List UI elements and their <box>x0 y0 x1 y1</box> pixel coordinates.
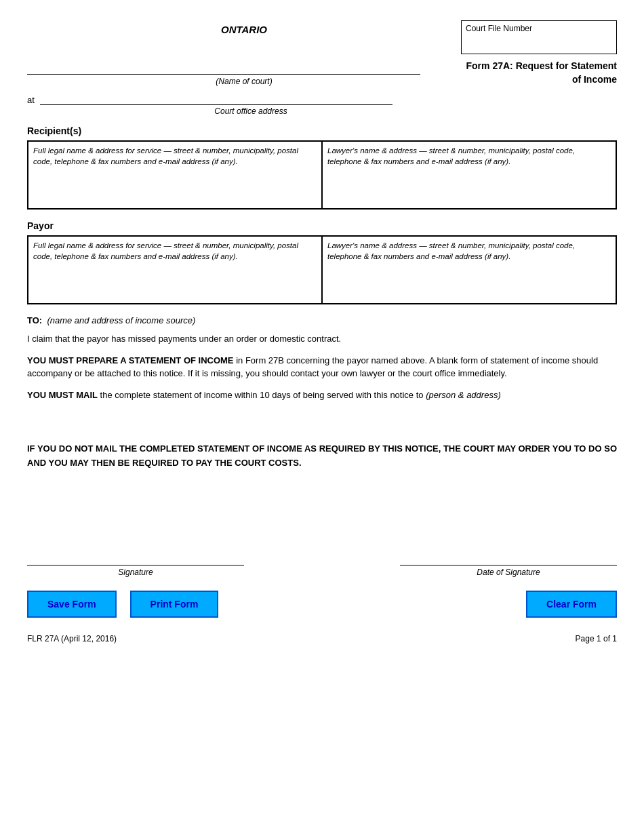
footer-right: Page 1 of 1 <box>576 634 617 643</box>
court-office-address-label: Court office address <box>41 106 461 116</box>
payor-table: Full legal name & address for service — … <box>27 235 617 304</box>
you-must-mail-paragraph: YOU MUST MAIL the complete statement of … <box>27 389 617 402</box>
claim-paragraph: I claim that the payor has missed paymen… <box>27 332 617 346</box>
footer: FLR 27A (April 12, 2016) Page 1 of 1 <box>27 634 617 643</box>
to-line: TO: (name and address of income source) <box>27 315 617 325</box>
buttons-right: Clear Form <box>526 591 617 618</box>
signature-label: Signature <box>118 568 153 577</box>
signature-row: Signature Date of Signature <box>27 552 617 577</box>
signature-field[interactable]: Signature <box>27 552 244 577</box>
recipient-col1-label: Full legal name & address for service — … <box>33 145 317 167</box>
buttons-left: Save Form Print Form <box>27 591 218 618</box>
save-form-button[interactable]: Save Form <box>27 591 117 618</box>
you-must-mail-italic: (person & address) <box>426 390 501 400</box>
ontario-title: ONTARIO <box>27 20 461 35</box>
buttons-row: Save Form Print Form Clear Form <box>27 591 617 618</box>
footer-left: FLR 27A (April 12, 2016) <box>27 634 117 643</box>
payor-heading: Payor <box>27 220 617 231</box>
payor-col1[interactable]: Full legal name & address for service — … <box>28 236 322 304</box>
to-italic: (name and address of income source) <box>47 315 195 325</box>
you-must-mail-rest: the complete statement of income within … <box>98 390 426 400</box>
date-of-signature-line <box>400 552 617 565</box>
warning-text: IF YOU DO NOT MAIL THE COMPLETED STATEME… <box>27 442 617 471</box>
court-file-number-label: Court File Number <box>466 24 532 33</box>
recipients-heading: Recipient(s) <box>27 125 617 136</box>
payor-col2[interactable]: Lawyer's name & address — street & numbe… <box>322 236 616 304</box>
court-address-field[interactable] <box>40 90 393 105</box>
recipient-col2[interactable]: Lawyer's name & address — street & numbe… <box>322 141 616 209</box>
recipients-table: Full legal name & address for service — … <box>27 140 617 210</box>
form-title: Form 27A: Request for Statement of Incom… <box>461 60 617 86</box>
you-must-mail-bold: YOU MUST MAIL <box>27 390 98 400</box>
at-label: at <box>27 95 35 105</box>
payor-col2-label: Lawyer's name & address — street & numbe… <box>327 240 611 262</box>
you-must-prepare-paragraph: YOU MUST PREPARE A STATEMENT OF INCOME i… <box>27 354 617 380</box>
signature-line <box>27 552 244 565</box>
date-of-signature-field[interactable]: Date of Signature <box>400 552 617 577</box>
court-file-number-box[interactable]: Court File Number <box>461 20 617 54</box>
recipient-col2-label: Lawyer's name & address — street & numbe… <box>327 145 611 167</box>
you-must-prepare-bold: YOU MUST PREPARE A STATEMENT OF INCOME <box>27 355 234 365</box>
payor-col1-label: Full legal name & address for service — … <box>33 240 317 262</box>
to-label: TO: <box>27 315 42 325</box>
print-form-button[interactable]: Print Form <box>130 591 219 618</box>
date-of-signature-label: Date of Signature <box>477 568 540 577</box>
recipient-col1[interactable]: Full legal name & address for service — … <box>28 141 322 209</box>
clear-form-button[interactable]: Clear Form <box>526 591 617 618</box>
court-name-field[interactable] <box>27 60 420 75</box>
court-name-label: (Name of court) <box>27 77 461 86</box>
